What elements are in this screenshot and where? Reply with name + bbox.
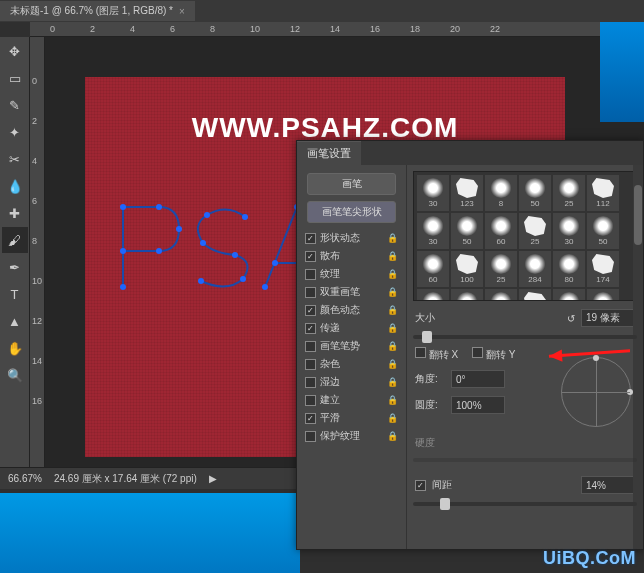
size-input[interactable] bbox=[581, 309, 635, 327]
marquee-tool[interactable]: ▭ bbox=[2, 65, 28, 91]
checkbox-icon[interactable] bbox=[305, 251, 316, 262]
brush-option-7[interactable]: 杂色🔒 bbox=[301, 355, 402, 373]
checkbox-icon[interactable] bbox=[305, 413, 316, 424]
spot-heal-tool[interactable]: ✚ bbox=[2, 200, 28, 226]
brush-thumb[interactable]: 25 bbox=[553, 175, 585, 211]
brush-button[interactable]: 画笔 bbox=[307, 173, 396, 195]
checkbox-icon[interactable] bbox=[305, 323, 316, 334]
flip-y-checkbox[interactable]: 翻转 Y bbox=[472, 347, 515, 362]
brush-thumb[interactable]: 25 bbox=[519, 213, 551, 249]
lock-icon[interactable]: 🔒 bbox=[387, 341, 398, 351]
checkbox-icon[interactable] bbox=[305, 269, 316, 280]
lock-icon[interactable]: 🔒 bbox=[387, 269, 398, 279]
lock-icon[interactable]: 🔒 bbox=[387, 251, 398, 261]
checkbox-icon[interactable] bbox=[305, 305, 316, 316]
svg-point-3 bbox=[176, 226, 182, 232]
panel-tab-brush-settings[interactable]: 画笔设置 bbox=[297, 141, 361, 165]
checkbox-icon[interactable] bbox=[305, 431, 316, 442]
tools-toolbar: ✥ ▭ ✎ ✦ ✂ 💧 ✚ 🖌 ✒ T ▲ ✋ 🔍 bbox=[0, 37, 30, 467]
ruler-vertical: 0 2 4 6 8 10 12 14 16 bbox=[30, 37, 45, 467]
brush-thumb[interactable]: 30 bbox=[417, 213, 449, 249]
spacing-checkbox[interactable] bbox=[415, 480, 426, 491]
brush-thumb[interactable]: 50 bbox=[451, 213, 483, 249]
checkbox-icon[interactable] bbox=[305, 359, 316, 370]
lock-icon[interactable]: 🔒 bbox=[387, 395, 398, 405]
angle-wheel[interactable] bbox=[561, 357, 631, 427]
brush-option-5[interactable]: 传递🔒 bbox=[301, 319, 402, 337]
eyedropper-tool[interactable]: 💧 bbox=[2, 173, 28, 199]
brush-thumb[interactable]: 30 bbox=[553, 213, 585, 249]
lock-icon[interactable]: 🔒 bbox=[387, 377, 398, 387]
checkbox-icon[interactable] bbox=[305, 233, 316, 244]
flip-x-checkbox[interactable]: 翻转 X bbox=[415, 347, 458, 362]
lock-icon[interactable]: 🔒 bbox=[387, 305, 398, 315]
hand-tool[interactable]: ✋ bbox=[2, 335, 28, 361]
brush-thumb[interactable]: 174 bbox=[587, 251, 619, 287]
checkbox-icon[interactable] bbox=[305, 377, 316, 388]
status-arrow-icon[interactable]: ▶ bbox=[209, 473, 217, 484]
pen-tool[interactable]: ✒ bbox=[2, 254, 28, 280]
brush-thumb[interactable]: 50 bbox=[485, 289, 517, 301]
svg-point-12 bbox=[262, 284, 268, 290]
brush-thumb[interactable]: 25 bbox=[519, 289, 551, 301]
zoom-tool[interactable]: 🔍 bbox=[2, 362, 28, 388]
checkbox-icon[interactable] bbox=[305, 395, 316, 406]
brush-thumb-grid[interactable]: 3012385025112305060253050601002528480174… bbox=[413, 171, 637, 301]
brush-option-11[interactable]: 保护纹理🔒 bbox=[301, 427, 402, 445]
brush-tip-shape-button[interactable]: 画笔笔尖形状 bbox=[307, 201, 396, 223]
brush-option-1[interactable]: 散布🔒 bbox=[301, 247, 402, 265]
brush-thumb[interactable]: 80 bbox=[553, 251, 585, 287]
brush-thumb[interactable]: 8 bbox=[485, 175, 517, 211]
checkbox-icon[interactable] bbox=[305, 287, 316, 298]
angle-input[interactable] bbox=[451, 370, 505, 388]
angle-label: 角度: bbox=[415, 372, 445, 386]
size-slider[interactable] bbox=[413, 335, 637, 339]
brush-thumb[interactable]: 123 bbox=[451, 175, 483, 211]
brush-option-2[interactable]: 纹理🔒 bbox=[301, 265, 402, 283]
lasso-tool[interactable]: ✎ bbox=[2, 92, 28, 118]
spacing-input[interactable] bbox=[581, 476, 635, 494]
watermark: UiBQ.CoM bbox=[543, 548, 636, 569]
brush-thumb[interactable]: 131 bbox=[587, 289, 619, 301]
spacing-slider[interactable] bbox=[413, 502, 637, 506]
lock-icon[interactable]: 🔒 bbox=[387, 413, 398, 423]
brush-thumb[interactable]: 50 bbox=[519, 175, 551, 211]
brush-thumb[interactable]: 50 bbox=[587, 213, 619, 249]
lock-icon[interactable]: 🔒 bbox=[387, 359, 398, 369]
brush-option-4[interactable]: 颜色动态🔒 bbox=[301, 301, 402, 319]
brush-option-8[interactable]: 湿边🔒 bbox=[301, 373, 402, 391]
brush-thumb[interactable]: 60 bbox=[485, 213, 517, 249]
close-icon[interactable]: × bbox=[179, 6, 185, 17]
wand-tool[interactable]: ✦ bbox=[2, 119, 28, 145]
brush-thumb[interactable]: 60 bbox=[417, 251, 449, 287]
crop-tool[interactable]: ✂ bbox=[2, 146, 28, 172]
brush-thumb[interactable]: 175 bbox=[417, 289, 449, 301]
brush-thumb[interactable]: 284 bbox=[519, 251, 551, 287]
zoom-level[interactable]: 66.67% bbox=[8, 473, 42, 484]
text-tool[interactable]: T bbox=[2, 281, 28, 307]
brush-option-3[interactable]: 双重画笔🔒 bbox=[301, 283, 402, 301]
roundness-input[interactable] bbox=[451, 396, 505, 414]
brush-tool[interactable]: 🖌 bbox=[2, 227, 28, 253]
lock-icon[interactable]: 🔒 bbox=[387, 431, 398, 441]
brush-option-10[interactable]: 平滑🔒 bbox=[301, 409, 402, 427]
document-tab[interactable]: 未标题-1 @ 66.7% (图层 1, RGB/8) * × bbox=[0, 1, 195, 21]
lock-icon[interactable]: 🔒 bbox=[387, 323, 398, 333]
brush-thumb[interactable]: 100 bbox=[451, 251, 483, 287]
checkbox-icon[interactable] bbox=[305, 341, 316, 352]
brush-option-6[interactable]: 画笔笔势🔒 bbox=[301, 337, 402, 355]
brush-thumb[interactable]: 25 bbox=[485, 251, 517, 287]
lock-icon[interactable]: 🔒 bbox=[387, 233, 398, 243]
brush-option-0[interactable]: 形状动态🔒 bbox=[301, 229, 402, 247]
move-tool[interactable]: ✥ bbox=[2, 38, 28, 64]
shape-tool[interactable]: ▲ bbox=[2, 308, 28, 334]
scrollbar-vertical[interactable] bbox=[633, 171, 637, 301]
brush-settings-panel[interactable]: 画笔设置 画笔 画笔笔尖形状 形状动态🔒散布🔒纹理🔒双重画笔🔒颜色动态🔒传递🔒画… bbox=[296, 140, 644, 550]
brush-option-9[interactable]: 建立🔒 bbox=[301, 391, 402, 409]
brush-thumb[interactable]: 45 bbox=[553, 289, 585, 301]
brush-thumb[interactable]: 30 bbox=[417, 175, 449, 211]
lock-icon[interactable]: 🔒 bbox=[387, 287, 398, 297]
brush-thumb[interactable]: 112 bbox=[587, 175, 619, 211]
reset-size-icon[interactable]: ↺ bbox=[567, 313, 575, 324]
brush-thumb[interactable]: 306 bbox=[451, 289, 483, 301]
